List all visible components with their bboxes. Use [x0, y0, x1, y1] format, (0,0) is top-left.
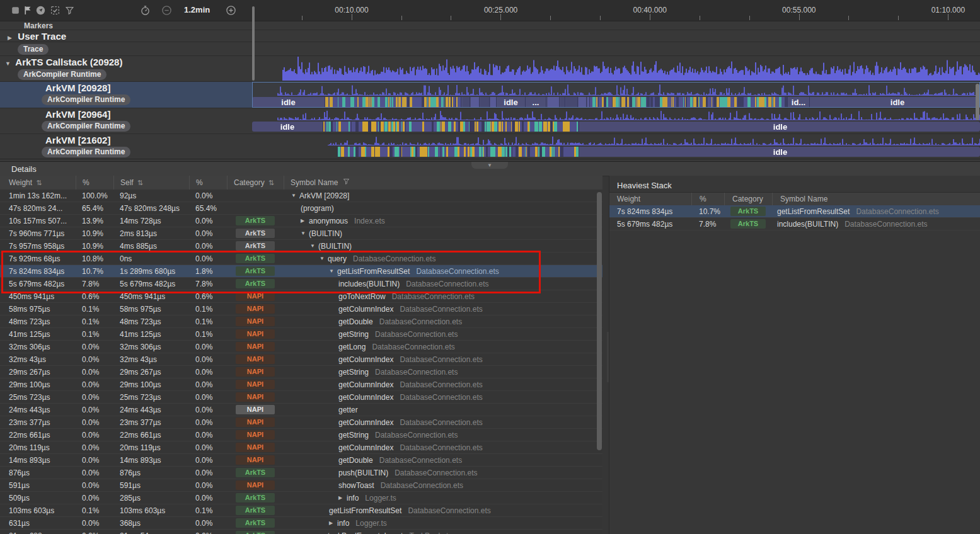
details-scrollbar[interactable] [597, 192, 602, 450]
heaviest-stack-row[interactable]: 5s 679ms 482µs7.8%ArkTSincludes(BUILTIN)… [609, 218, 980, 230]
thread-track-arkvm-20964-[interactable]: ArkVM [20964]ArkCompiler Runtime [0, 108, 252, 134]
column-header--[interactable]: % [76, 176, 113, 190]
thread-track-arkvm-21602-[interactable]: ArkVM [21602]ArkCompiler Runtime [0, 134, 252, 159]
table-row[interactable]: 41ms 125µs0.1%41ms 125µs0.1%NAPIgetStrin… [0, 328, 602, 341]
thread-state-strip[interactable]: idleidle [252, 122, 980, 132]
column-label: % [83, 178, 89, 187]
chevron-down-icon[interactable]: ▼ [329, 268, 337, 274]
table-row[interactable]: 14ms 893µs0.0%14ms 893µs0.0%NAPIgetDoubl… [0, 454, 602, 467]
filter-icon[interactable] [343, 178, 350, 187]
callstack-activity-graph[interactable] [252, 57, 980, 81]
column-header--[interactable]: % [189, 176, 227, 190]
chevron-right-icon[interactable]: ▶ [8, 35, 16, 41]
state-segment-idle[interactable]: idle [252, 122, 323, 132]
user-trace-track[interactable]: ▶ User Trace [8, 31, 66, 42]
table-row[interactable]: 25ms 723µs0.0%25ms 723µs0.0%NAPIgetColum… [0, 391, 602, 404]
category-badge: ArkTS [236, 266, 275, 276]
table-row[interactable]: 1min 13s 162m...100.0%92µs0.0%▼ArkVM [20… [0, 190, 602, 202]
arkts-callstack-track[interactable]: ▼ ArkTS Callstack (20928) [5, 57, 122, 67]
time-ruler[interactable]: 00:10.00000:25.00000:40.00000:55.00001:1… [252, 0, 980, 21]
table-row[interactable]: 23ms 377µs0.0%23ms 377µs0.0%NAPIgetColum… [0, 416, 602, 429]
collapse-details-button[interactable]: ▼ [471, 162, 508, 169]
table-row[interactable]: 24ms 443µs0.0%24ms 443µs0.0%NAPIgetter [0, 404, 602, 416]
column-header-self[interactable]: Self⇅ [113, 176, 189, 190]
symbol-cell: getColumnIndexDatabaseConnection.ets [284, 393, 602, 402]
chevron-right-icon[interactable]: ▶ [301, 218, 309, 224]
table-row[interactable]: 32ms 306µs0.0%32ms 306µs0.0%NAPIgetLongD… [0, 341, 602, 353]
state-segment-idle[interactable]: idle [579, 147, 980, 157]
state-segment-none[interactable] [252, 147, 337, 157]
table-row[interactable]: 7s 957ms 958µs10.9%4ms 885µs0.0%ArkTS▼(B… [0, 240, 602, 253]
thread-timeline-row[interactable]: idle [252, 134, 980, 159]
flag-icon[interactable] [23, 5, 33, 16]
timer-icon[interactable] [140, 5, 151, 16]
column-header-category[interactable]: Category⇅ [227, 176, 284, 190]
chevron-down-icon[interactable]: ▼ [301, 230, 309, 236]
column-header-weight[interactable]: Weight⇅ [0, 176, 76, 190]
table-row[interactable]: 29ms 100µs0.0%29ms 100µs0.0%NAPIgetColum… [0, 378, 602, 391]
hv-column-header--[interactable]: % [691, 193, 724, 205]
heaviest-stack-row[interactable]: 7s 824ms 834µs10.7%ArkTSgetListFromResul… [609, 205, 980, 218]
table-row[interactable]: 58ms 975µs0.1%58ms 975µs0.1%NAPIgetColum… [0, 303, 602, 315]
state-segment-busy[interactable] [323, 122, 579, 132]
symbol-name: includes(BUILTIN) [338, 280, 400, 288]
thread-timeline-row[interactable]: idleidle...id...idle [252, 82, 980, 108]
table-row[interactable]: 509µs0.0%285µs0.0%ArkTS▶infoLogger.ts [0, 492, 602, 504]
navigate-icon[interactable] [35, 5, 46, 16]
chevron-right-icon[interactable]: ▶ [338, 495, 347, 501]
table-row[interactable]: 591µs0.0%591µs0.0%NAPIshowToastDatabaseC… [0, 479, 602, 492]
table-row[interactable]: 48ms 723µs0.1%48ms 723µs0.1%NAPIgetDoubl… [0, 315, 602, 328]
symbol-cell: includes(BUILTIN)DatabaseConnection.ets [284, 280, 602, 288]
hv-column-header-category[interactable]: Category [724, 193, 772, 205]
zoom-in-icon[interactable] [226, 5, 236, 16]
sort-icon[interactable]: ⇅ [36, 179, 42, 187]
chevron-down-icon[interactable]: ▼ [291, 193, 299, 198]
table-row[interactable]: 20ms 119µs0.0%20ms 119µs0.0%NAPIgetColum… [0, 441, 602, 454]
column-header-symbol-name[interactable]: Symbol Name [284, 176, 602, 190]
stop-icon[interactable] [10, 5, 21, 16]
table-row[interactable]: 22ms 661µs0.0%22ms 661µs0.0%NAPIgetStrin… [0, 429, 602, 441]
cell: 2ms 813µs [113, 229, 189, 238]
chevron-down-icon[interactable]: ▼ [5, 60, 13, 67]
symbol-file: DatabaseConnection.ets [379, 317, 462, 326]
zoom-out-icon[interactable] [161, 5, 172, 16]
table-row[interactable]: 5s 679ms 482µs7.8%5s 679ms 482µs7.8%ArkT… [0, 278, 602, 290]
sort-icon[interactable]: ⇅ [137, 179, 143, 187]
table-row[interactable]: 7s 929ms 68µs10.8%0ns0.0%ArkTS▼queryData… [0, 253, 602, 265]
thread-state-strip[interactable]: idle [252, 147, 980, 157]
arkcompiler-runtime-chip[interactable]: ArkCompiler Runtime [18, 69, 107, 80]
table-row[interactable]: 876µs0.0%876µs0.0%ArkTSpush(BUILTIN)Data… [0, 467, 602, 479]
cell: 0.0% [189, 481, 227, 490]
table-row[interactable]: 10s 157ms 507...13.9%14ms 728µs0.0%ArkTS… [0, 215, 602, 227]
table-row[interactable]: 631µs0.0%368µs0.0%ArkTS▶infoLogger.ts [0, 517, 602, 530]
table-row[interactable]: 7s 960ms 771µs10.9%2ms 813µs0.0%ArkTS▼(B… [0, 227, 602, 240]
thread-track-arkvm-20928-[interactable]: ArkVM [20928]ArkCompiler Runtime [0, 82, 252, 108]
symbol-cell: goToNextRowDatabaseConnection.ets [284, 292, 602, 301]
details-table: 1min 13s 162m...100.0%92µs0.0%▼ArkVM [20… [0, 190, 602, 534]
sidebar-scrollbar[interactable] [252, 6, 255, 81]
state-segment-busy[interactable] [337, 147, 579, 157]
table-row[interactable]: 450ms 941µs0.6%450ms 941µs0.6%NAPIgoToNe… [0, 290, 602, 303]
sort-icon[interactable]: ⇅ [268, 179, 274, 187]
thread-timeline-row[interactable]: idleidle [252, 108, 980, 134]
select-region-icon[interactable] [50, 5, 61, 16]
state-segment-idle[interactable]: idle [579, 122, 980, 132]
hv-column-header-weight[interactable]: Weight [609, 193, 691, 205]
table-row[interactable]: 103ms 603µs0.1%103ms 603µs0.1%ArkTSgetLi… [0, 504, 602, 517]
hv-column-header-symbol-name[interactable]: Symbol Name [772, 193, 980, 205]
table-row[interactable]: 29ms 267µs0.0%29ms 267µs0.0%NAPIgetStrin… [0, 366, 602, 378]
chevron-right-icon[interactable]: ▶ [329, 520, 337, 526]
table-row[interactable]: 21ms 688µs0.0%21ms 54µs0.0%ArkTS▶taskPoo… [0, 530, 602, 534]
table-row[interactable]: 7s 824ms 834µs10.7%1s 289ms 680µs1.8%Ark… [0, 265, 602, 278]
markers-track-label[interactable]: Markers [24, 21, 53, 30]
tracks-scrollbar[interactable] [976, 84, 979, 120]
trace-chip[interactable]: Trace [18, 44, 49, 55]
table-row[interactable]: 32ms 43µs0.0%32ms 43µs0.0%NAPIgetColumnI… [0, 353, 602, 366]
filter-icon[interactable] [64, 5, 75, 16]
symbol-name: info [337, 519, 349, 528]
table-row[interactable]: 47s 820ms 24...65.4%47s 820ms 248µs65.4%… [0, 202, 602, 215]
chevron-down-icon[interactable]: ▼ [320, 256, 328, 261]
thread-chip: ArkCompiler Runtime [42, 94, 130, 105]
chevron-down-icon[interactable]: ▼ [310, 243, 318, 249]
cell: 0.6% [189, 292, 227, 301]
